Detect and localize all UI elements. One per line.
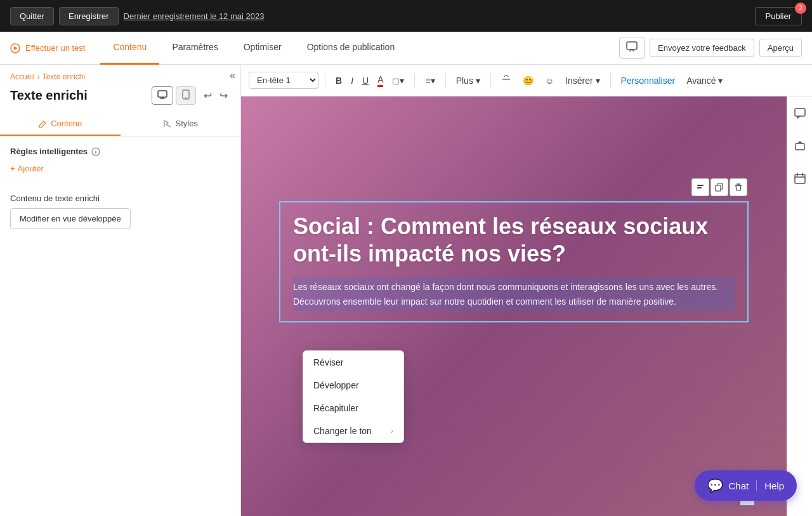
- nav-tabs: Contenu Paramètres Optimiser Options de …: [100, 32, 407, 65]
- svg-rect-12: [716, 185, 721, 191]
- breadcrumb-sep: ›: [37, 72, 40, 81]
- styles-icon: [163, 119, 172, 128]
- info-icon: i: [91, 147, 100, 156]
- chat-bubble-icon: 💬: [707, 478, 723, 493]
- page-title: Texte enrichi: [10, 88, 88, 103]
- undo-button[interactable]: ↩: [201, 87, 214, 104]
- svg-rect-10: [697, 187, 702, 189]
- svg-text:i: i: [95, 149, 97, 155]
- emoji-button[interactable]: 😊: [519, 73, 537, 88]
- last-save-link[interactable]: Dernier enregistrement le 12 mai 2023: [124, 11, 265, 21]
- tab-options[interactable]: Options de publication: [294, 32, 408, 65]
- chevron-right-icon: ›: [391, 427, 393, 435]
- context-menu: Réviser Développer Récapituler Changer l…: [303, 350, 404, 443]
- right-chat-icon: [794, 108, 806, 119]
- canvas-area: Social : Comment les réseaux sociaux ont…: [241, 96, 812, 516]
- redo-button[interactable]: ↪: [217, 87, 230, 104]
- menu-item-reviser[interactable]: Réviser: [303, 351, 403, 374]
- emoji2-button[interactable]: ☺: [541, 73, 558, 88]
- highlight-button[interactable]: ◻▾: [388, 73, 408, 88]
- publish-badge: 2: [795, 3, 806, 14]
- sidebar-tab-contenu[interactable]: Contenu: [0, 112, 121, 136]
- svg-marker-1: [14, 46, 18, 50]
- tab-parametres[interactable]: Paramètres: [159, 32, 230, 65]
- toolbar: En-tête 1 B I U A ◻▾ ≡▾ Plus ▾ 😊 ☺: [241, 65, 812, 96]
- menu-item-changer-ton[interactable]: Changer le ton ›: [303, 420, 403, 442]
- sidebar-controls: ↩ ↪: [152, 86, 230, 105]
- quit-button[interactable]: Quitter: [10, 7, 54, 25]
- content-block: Social : Comment les réseaux sociaux ont…: [279, 201, 749, 322]
- menu-item-recapituler[interactable]: Récapituler: [303, 397, 403, 420]
- strikethrough-button[interactable]: [497, 72, 515, 89]
- block-toolbar: [691, 178, 747, 196]
- tab-contenu[interactable]: Contenu: [100, 32, 159, 65]
- edit-icon: [38, 119, 47, 128]
- sidebar-tab-styles[interactable]: Styles: [121, 112, 241, 136]
- block-delete-button[interactable]: [730, 178, 747, 196]
- breadcrumb: Accueil › Texte enrichi: [0, 65, 240, 84]
- add-rule-link[interactable]: + Ajouter: [10, 164, 230, 173]
- apercu-button[interactable]: Aperçu: [759, 39, 802, 57]
- nav-bar: Effectuer un test Contenu Paramètres Opt…: [0, 32, 812, 65]
- right-calendar-button[interactable]: [790, 169, 809, 191]
- breadcrumb-page: Texte enrichi: [43, 72, 85, 81]
- svg-rect-14: [796, 143, 804, 150]
- main-canvas: Social : Comment les réseaux sociaux ont…: [241, 96, 787, 516]
- block-edit-button[interactable]: [691, 178, 709, 196]
- content-section: Contenu de texte enrichi Modifier en vue…: [0, 183, 240, 239]
- chat-button[interactable]: 💬 Chat Help: [695, 470, 797, 501]
- svg-rect-15: [795, 175, 805, 183]
- main-editor: En-tête 1 B I U A ◻▾ ≡▾ Plus ▾ 😊 ☺: [241, 65, 812, 516]
- align-button[interactable]: ≡▾: [421, 73, 438, 88]
- more-button[interactable]: Plus ▾: [452, 73, 484, 88]
- content-section-label: Contenu de texte enrichi: [10, 194, 230, 203]
- copy-icon: [715, 183, 724, 192]
- right-panel: [787, 96, 812, 516]
- right-chat-button[interactable]: [790, 104, 809, 126]
- chat-icon-button[interactable]: [619, 37, 645, 59]
- chat-nav-icon: [626, 41, 638, 53]
- sidebar-title-area: Texte enrichi ↩ ↪: [0, 84, 240, 112]
- divider-1: [325, 73, 325, 88]
- undo-redo-group: ↩ ↪: [201, 87, 230, 104]
- italic-button[interactable]: I: [347, 73, 357, 88]
- svg-rect-9: [697, 185, 704, 186]
- svg-rect-13: [795, 109, 805, 116]
- breadcrumb-home[interactable]: Accueil: [10, 72, 35, 81]
- svg-rect-2: [627, 42, 637, 50]
- test-icon: [10, 43, 20, 53]
- desktop-icon: [157, 89, 167, 100]
- sidebar-tabs: Contenu Styles: [0, 112, 240, 136]
- test-link[interactable]: Effectuer un test: [10, 43, 85, 53]
- divider-5: [610, 73, 611, 88]
- desktop-button[interactable]: [152, 86, 173, 105]
- svg-rect-3: [158, 91, 167, 97]
- sidebar: « Accueil › Texte enrichi Texte enrichi …: [0, 65, 241, 516]
- tab-optimiser[interactable]: Optimiser: [231, 32, 294, 65]
- content-area: « Accueil › Texte enrichi Texte enrichi …: [0, 65, 812, 516]
- right-share-button[interactable]: [790, 136, 809, 159]
- help-label: Help: [756, 480, 784, 491]
- mobile-button[interactable]: [176, 86, 196, 105]
- block-copy-button[interactable]: [710, 178, 728, 196]
- save-button[interactable]: Enregistrer: [59, 7, 119, 25]
- underline-button[interactable]: U: [358, 73, 372, 88]
- content-paragraph[interactable]: Les réseaux sociaux ont changé la façon …: [293, 277, 735, 311]
- personaliser-button[interactable]: Personnaliser: [617, 73, 679, 88]
- heading-select[interactable]: En-tête 1: [249, 72, 318, 89]
- sidebar-collapse-button[interactable]: «: [230, 70, 235, 81]
- feedback-button[interactable]: Envoyez votre feedback: [650, 39, 754, 57]
- menu-item-developper[interactable]: Développer: [303, 374, 403, 397]
- divider-2: [414, 73, 415, 88]
- bold-button[interactable]: B: [332, 73, 346, 88]
- svg-point-5: [185, 97, 187, 98]
- avance-button[interactable]: Avancé ▾: [683, 73, 726, 88]
- color-button[interactable]: A: [374, 72, 387, 89]
- content-heading[interactable]: Social : Comment les réseaux sociaux ont…: [293, 213, 735, 267]
- divider-3: [445, 73, 446, 88]
- trash-icon: [734, 183, 743, 192]
- smart-rules-section: Règles intelligentes i + Ajouter: [0, 136, 240, 183]
- publish-button[interactable]: Publier 2: [755, 7, 802, 25]
- modify-button[interactable]: Modifier en vue développée: [10, 208, 131, 229]
- insert-button[interactable]: Insérer ▾: [561, 73, 603, 88]
